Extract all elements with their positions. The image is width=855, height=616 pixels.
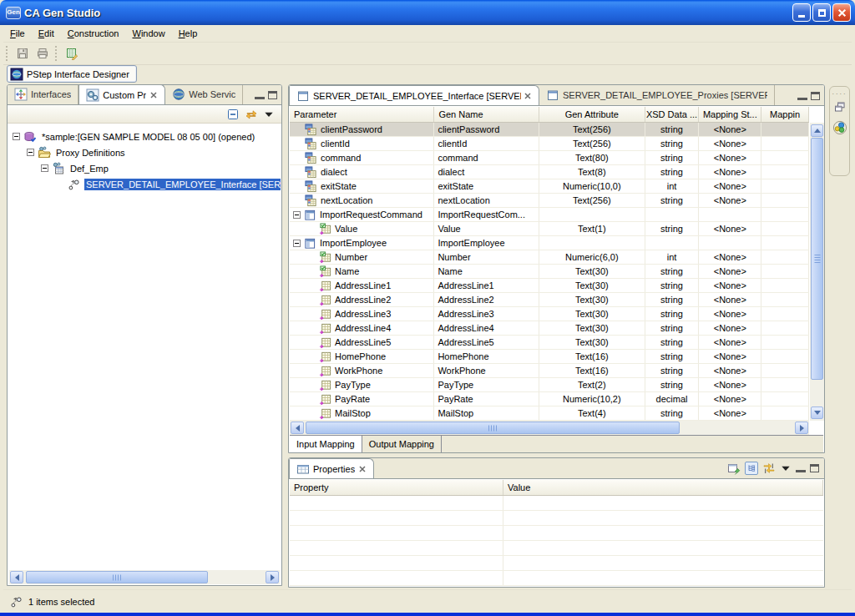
column-header-mappin[interactable]: Mappin — [761, 107, 809, 122]
minimize-pane-icon[interactable] — [255, 91, 265, 99]
column-header-value[interactable]: Value — [503, 480, 823, 495]
filter-arrows-icon[interactable] — [762, 462, 776, 475]
editor-tab-0[interactable]: SERVER_DETAIL_EMPLOYEE_Interface [SERVER… — [289, 85, 539, 105]
column-header-gen-attribute[interactable]: Gen Attribute — [539, 107, 645, 122]
maximize-pane-icon[interactable] — [268, 91, 277, 99]
cell-gen-name: exitState — [434, 179, 539, 193]
table-row-addressline4[interactable]: AddressLine4AddressLine4Text(30)string<N… — [290, 321, 809, 336]
column-header-parameter[interactable]: Parameter — [290, 107, 434, 122]
scroll-right-button[interactable] — [795, 422, 808, 434]
table-row-value[interactable]: ValueValueText(1)string<None> — [290, 222, 809, 236]
column-header-property[interactable]: Property — [290, 480, 503, 495]
title-bar[interactable]: Gen CA Gen Studio — [0, 0, 855, 25]
print-button[interactable] — [33, 44, 53, 63]
table-row-exitstate[interactable]: exitStateexitStateNumeric(10,0)int<None> — [290, 179, 809, 194]
cell-parameter: Number — [290, 250, 434, 264]
perspective-button[interactable]: PStep Interface Designer — [7, 65, 137, 83]
maximize-pane-icon[interactable] — [810, 464, 819, 472]
maximize-button[interactable] — [812, 3, 831, 22]
tab-interfaces[interactable]: Interfaces — [8, 84, 78, 104]
expander-icon[interactable] — [41, 164, 48, 172]
table-row-importrequestcommand[interactable]: ImportRequestCommandImportRequestCom... — [290, 208, 809, 222]
thumb-grip — [113, 574, 121, 580]
table-row-addressline2[interactable]: AddressLine2AddressLine2Text(30)string<N… — [290, 293, 809, 307]
toolbar-grip[interactable] — [6, 46, 10, 61]
maximize-pane-icon[interactable] — [811, 92, 820, 100]
close-icon[interactable] — [524, 92, 533, 100]
scrollbar-thumb[interactable] — [811, 138, 823, 380]
table-row-clientpassword[interactable]: clientPasswordclientPasswordText(256)str… — [290, 123, 809, 137]
close-icon[interactable] — [149, 91, 158, 99]
close-icon[interactable] — [358, 465, 367, 473]
editor-vertical-scrollbar[interactable] — [810, 123, 824, 421]
table-row-mailstop[interactable]: MailStopMailStopText(4)string<None> — [290, 406, 809, 421]
view-menu-icon[interactable] — [263, 109, 275, 120]
scroll-left-button[interactable] — [10, 571, 23, 583]
column-header-gen-name[interactable]: Gen Name — [434, 107, 539, 122]
menu-help[interactable]: Help — [172, 27, 205, 40]
table-row-addressline5[interactable]: AddressLine5AddressLine5Text(30)string<N… — [290, 336, 809, 350]
tab-properties[interactable]: Properties — [289, 458, 374, 478]
cell-gen-name: PayType — [434, 378, 539, 391]
table-row-workphone[interactable]: WorkPhoneWorkPhoneText(16)string<None> — [290, 364, 809, 378]
table-row-addressline1[interactable]: AddressLine1AddressLine1Text(30)string<N… — [290, 279, 809, 293]
minimize-pane-icon[interactable] — [796, 464, 806, 472]
tree-mode-icon[interactable] — [745, 462, 758, 475]
tab-web-servic[interactable]: Web Servic — [165, 84, 243, 104]
table-row-importemployee[interactable]: ImportEmployeeImportEmployee — [290, 236, 809, 250]
generate-button[interactable] — [62, 44, 82, 63]
cell-mapping-status: <None> — [699, 137, 761, 150]
view-menu-icon[interactable] — [780, 462, 792, 474]
scrollbar-thumb[interactable] — [306, 422, 680, 434]
editor-horizontal-scrollbar[interactable] — [290, 421, 809, 435]
minimize-button[interactable] — [792, 3, 811, 22]
table-row-dialect[interactable]: dialectdialectText(8)string<None> — [290, 165, 809, 179]
table-row-homephone[interactable]: HomePhoneHomePhoneText(16)string<None> — [290, 350, 809, 364]
table-row-paytype[interactable]: PayTypePayTypeText(2)string<None> — [290, 378, 809, 392]
fastview-grip[interactable]: .... — [832, 90, 847, 93]
selected-item-icon — [10, 595, 23, 608]
expander-icon[interactable] — [13, 133, 20, 140]
tab-custom-pr[interactable]: Custom Pr — [78, 84, 165, 104]
editor-tab-1[interactable]: SERVER_DETAIL_EMPLOYEE_Proxies [SERVER_D — [539, 85, 775, 105]
ca-logo-icon[interactable] — [832, 120, 847, 135]
restore-view-icon[interactable] — [833, 100, 847, 114]
menu-construction[interactable]: Construction — [61, 27, 126, 40]
table-row-payrate[interactable]: PayRatePayRateNumeric(10,2)decimal<None> — [290, 392, 809, 406]
pin-view-icon[interactable] — [727, 462, 741, 475]
expander-icon[interactable] — [293, 240, 301, 247]
table-row-clientid[interactable]: clientIdclientIdText(256)string<None> — [290, 137, 809, 151]
minimize-pane-icon[interactable] — [797, 92, 807, 100]
scroll-right-button[interactable] — [266, 571, 279, 583]
tab-output-mapping[interactable]: Output Mapping — [362, 436, 442, 453]
scroll-down-button[interactable] — [811, 406, 823, 419]
link-with-editor-icon[interactable] — [245, 108, 258, 121]
table-row-nextlocation[interactable]: nextLocationnextLocationText(256)string<… — [290, 194, 809, 208]
param-plain-icon — [318, 351, 331, 363]
toolbar-grip[interactable] — [55, 46, 59, 61]
menu-window[interactable]: Window — [125, 27, 171, 40]
table-row-addressline3[interactable]: AddressLine3AddressLine3Text(30)string<N… — [290, 307, 809, 321]
tab-input-mapping[interactable]: Input Mapping — [290, 436, 362, 453]
navigator-horizontal-scrollbar[interactable] — [9, 570, 280, 584]
expander-icon[interactable] — [293, 211, 301, 219]
column-header-xsd-data[interactable]: XSD Data ... — [645, 107, 700, 122]
scrollbar-thumb[interactable] — [26, 571, 208, 583]
tree-item-proxy-definitions[interactable]: Proxy Definitions — [8, 144, 281, 160]
column-header-mapping-st[interactable]: Mapping St... — [699, 107, 761, 122]
scroll-up-button[interactable] — [811, 124, 823, 137]
table-row-name[interactable]: NameNameText(30)string<None> — [290, 265, 809, 279]
expander-icon[interactable] — [27, 149, 34, 156]
save-button[interactable] — [13, 44, 33, 63]
collapse-all-icon[interactable] — [226, 108, 240, 121]
tree-item-label: *sample:[GEN SAMPLE MODEL 08 05 00] (ope… — [40, 131, 256, 143]
tree-item-def-emp[interactable]: Def_Emp — [8, 160, 281, 176]
menu-file[interactable]: File — [3, 27, 32, 40]
tree-item-sample-gen-sample[interactable]: *sample:[GEN SAMPLE MODEL 08 05 00] (ope… — [8, 129, 281, 144]
scroll-left-button[interactable] — [291, 422, 304, 434]
table-row-number[interactable]: NumberNumberNumeric(6,0)int<None> — [290, 250, 809, 265]
close-button[interactable] — [832, 3, 851, 22]
menu-edit[interactable]: Edit — [32, 27, 61, 40]
table-row-command[interactable]: commandcommandText(80)string<None> — [290, 151, 809, 165]
tree-item-server-detail-employ[interactable]: SERVER_DETAIL_EMPLOYEE_Interface [SERVE — [8, 176, 281, 192]
